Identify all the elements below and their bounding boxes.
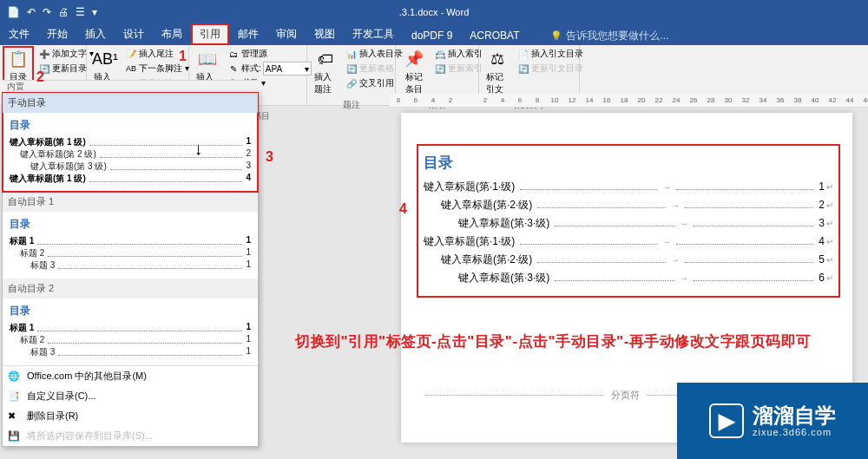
menu-item-icon: 📑 <box>8 390 20 402</box>
logo-url: zixue.3d66.com <box>753 427 836 437</box>
qat-save-icon[interactable]: 📄 <box>7 6 20 18</box>
play-icon: ▶ <box>709 403 744 438</box>
auto-toc-2-option[interactable]: 自动目录 2 <box>3 279 258 298</box>
ruler-tick: 8 <box>390 96 407 104</box>
tab-file[interactable]: 文件 <box>0 23 38 45</box>
page-toc-entry[interactable]: 键入章标题(第·3·级)→6 <box>424 271 833 285</box>
ruler-tick: 22 <box>650 96 667 104</box>
page-toc-entry[interactable]: 键入章标题(第·1·级)→4 <box>424 234 833 249</box>
ruler-tick: 30 <box>720 96 737 104</box>
ruler-tick: 16 <box>598 96 615 104</box>
insert-caption-button[interactable]: 🏷 插入题注 <box>311 47 340 97</box>
footnote-icon: AB¹ <box>95 49 115 69</box>
qat-undo-icon[interactable]: ↶ <box>27 6 36 18</box>
manual-toc-preview[interactable]: 目录 键入章标题(第 1 级)1键入章标题(第 2 级)2键入章标题(第 3 级… <box>3 113 258 192</box>
tab-references[interactable]: 引用 <box>191 23 229 45</box>
dropdown-menu-item[interactable]: 🌐Office.com 中的其他目录(M) <box>3 366 258 386</box>
ruler-tick: 20 <box>633 96 650 104</box>
page-toc-block[interactable]: 目录 键入章标题(第·1·级)→1键入章标题(第·2·级)→2键入章标题(第·3… <box>422 149 835 292</box>
ruler-tick: 32 <box>737 96 754 104</box>
toc-preview-line: 键入章标题(第 1 级)1 <box>10 136 251 148</box>
style-selector[interactable]: ✎样式:APA▾ <box>226 62 313 75</box>
update-toa-button: 🔄更新引文目录 <box>516 62 585 75</box>
qat-menu-icon[interactable]: ☰ <box>76 6 85 18</box>
caption-label: 插入题注 <box>314 71 337 95</box>
menu-item-label: 将所选内容保存到目录库(S)... <box>27 429 153 443</box>
ruler-tick: 8 <box>529 96 546 104</box>
qat-redo-icon[interactable]: ↷ <box>43 6 51 18</box>
ruler-tick: 12 <box>563 96 581 104</box>
insert-index-button[interactable]: 📇插入索引 <box>432 47 484 61</box>
tab-mailings[interactable]: 邮件 <box>229 23 267 45</box>
toc-preview-line: 键入章标题(第 3 级)3 <box>10 161 251 173</box>
ruler-tick: 18 <box>615 96 633 104</box>
page-toc-entry[interactable]: 键入章标题(第·2·级)→5 <box>424 252 833 267</box>
page-toc-entry[interactable]: 键入章标题(第·1·级)→1 <box>424 180 833 194</box>
tell-me-search[interactable]: 告诉我您想要做什么... <box>545 27 674 45</box>
qat-toolbar: 📄 ↶ ↷ 🖨 ☰ ▾ <box>0 6 104 18</box>
toc-preview-line: 标题 21 <box>10 247 251 259</box>
tab-design[interactable]: 设计 <box>115 23 153 45</box>
toc-icon: 📋 <box>8 49 29 69</box>
group-label-captions: 题注 <box>307 99 395 111</box>
toc-preview-line: 标题 21 <box>10 334 251 346</box>
page-toc-entry[interactable]: 键入章标题(第·3·级)→3 <box>424 216 833 231</box>
toc-preview-line: 键入章标题(第 1 级)4 <box>10 173 251 185</box>
ruler-tick: 38 <box>789 96 806 104</box>
qat-dropdown-icon[interactable]: ▾ <box>92 6 97 18</box>
horizontal-ruler[interactable]: 8642246810121416182022242628303234363840… <box>390 94 868 108</box>
dropdown-menu-item[interactable]: ✖删除目录(R) <box>3 406 258 426</box>
tab-review[interactable]: 审阅 <box>267 23 306 45</box>
page-toc-title: 目录 <box>424 153 833 173</box>
ruler-tick: 44 <box>841 96 858 104</box>
callout-4: 4 <box>399 201 407 217</box>
group-captions: 🏷 插入题注 📊插入表目录 🔄更新表格 🔗交叉引用 题注 <box>307 45 396 105</box>
callout-1: 1 <box>179 49 187 64</box>
auto-toc-1-option[interactable]: 自动目录 1 <box>3 192 258 212</box>
ruler-tick: 4 <box>494 96 511 104</box>
tab-home[interactable]: 开始 <box>38 23 76 45</box>
menu-item-icon: 💾 <box>8 430 20 442</box>
ruler-tick: 24 <box>667 96 685 104</box>
update-index-button: 🔄更新索引 <box>432 62 484 75</box>
caption-icon: 🏷 <box>315 49 336 69</box>
tab-dopdf[interactable]: doPDF 9 <box>403 26 461 45</box>
mark-citation-button[interactable]: ⚖ 标记引文 <box>483 47 512 97</box>
ruler-tick: 10 <box>546 96 563 104</box>
menu-item-icon: 🌐 <box>8 370 20 382</box>
tab-insert[interactable]: 插入 <box>76 23 115 45</box>
manual-toc-option[interactable]: 手动目录 <box>3 93 258 113</box>
insert-toa-button[interactable]: 📄插入引文目录 <box>516 47 585 61</box>
menu-item-label: 删除目录(R) <box>27 410 78 423</box>
qat-print-icon[interactable]: 🖨 <box>58 6 69 18</box>
tab-developer[interactable]: 开发工具 <box>344 23 403 45</box>
toc-preview-line: 标题 11 <box>10 322 251 334</box>
tab-layout[interactable]: 布局 <box>153 23 191 45</box>
mark-entry-icon: 📌 <box>404 49 424 69</box>
callout-2: 2 <box>36 69 44 85</box>
auto-toc-1-preview[interactable]: 目录 标题 11标题 21标题 31 <box>3 212 258 279</box>
toc-preview-line: 标题 11 <box>10 235 251 247</box>
tab-view[interactable]: 视图 <box>306 23 344 45</box>
page-toc-entry[interactable]: 键入章标题(第·2·级)→2 <box>424 198 833 213</box>
dropdown-menu-item[interactable]: 📑自定义目录(C)... <box>3 386 258 406</box>
preview-title: 目录 <box>10 217 251 232</box>
toc-preview-line: 标题 31 <box>10 346 251 358</box>
ribbon-tabs: 文件 开始 插入 设计 布局 引用 邮件 审阅 视图 开发工具 doPDF 9 … <box>0 24 868 45</box>
watermark-logo: ▶ 溜溜自学 zixue.3d66.com <box>677 383 868 459</box>
preview-title: 目录 <box>10 118 251 133</box>
dropdown-menu-item: 💾将所选内容保存到目录库(S)... <box>3 426 258 446</box>
tab-acrobat[interactable]: ACROBAT <box>461 26 528 45</box>
ruler-tick: 40 <box>806 96 824 104</box>
ruler-tick: 34 <box>754 96 772 104</box>
ruler-tick: 2 <box>477 96 494 104</box>
title-bar: 📄 ↶ ↷ 🖨 ☰ ▾ .3.1.docx - Word <box>0 0 868 24</box>
mark-entry-button[interactable]: 📌 标记 条目 <box>399 47 429 97</box>
menu-item-label: Office.com 中的其他目录(M) <box>27 370 147 383</box>
preview-title: 目录 <box>10 304 251 318</box>
manage-sources-button[interactable]: 🗂管理源 <box>226 47 313 61</box>
mark-citation-label: 标记引文 <box>486 71 509 95</box>
citation-icon: 📖 <box>197 49 218 69</box>
auto-toc-2-preview[interactable]: 目录 标题 11标题 21标题 31 <box>3 298 258 365</box>
ruler-tick: 4 <box>424 96 442 104</box>
